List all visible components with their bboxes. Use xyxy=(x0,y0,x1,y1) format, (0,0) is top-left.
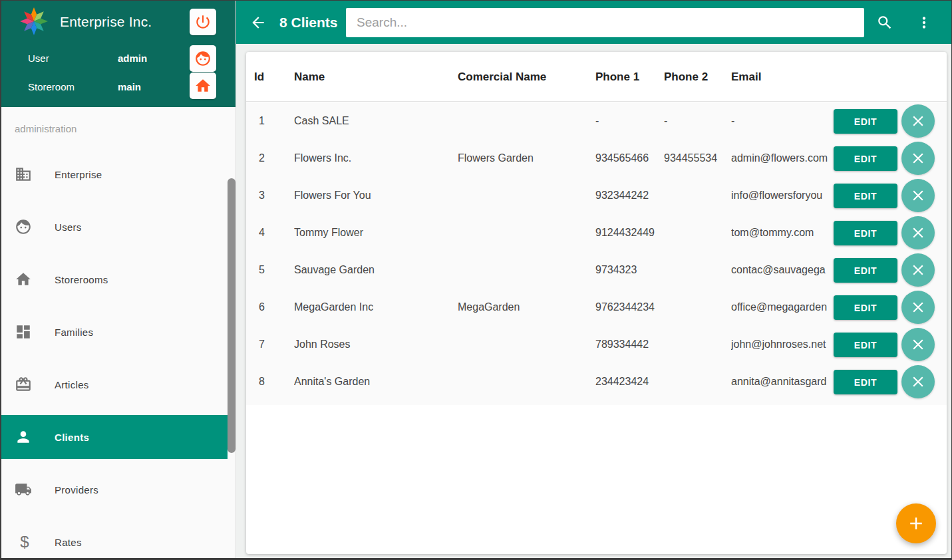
sidebar-item-storerooms[interactable]: Storerooms xyxy=(1,257,228,301)
table-row: 5 Sauvage Garden 9734323 contac@sauvageg… xyxy=(246,251,947,289)
cell-phone2 xyxy=(664,214,729,251)
close-icon xyxy=(909,299,927,316)
search-button[interactable] xyxy=(876,14,893,31)
user-profile-button[interactable] xyxy=(190,45,216,72)
back-arrow-icon xyxy=(249,14,267,31)
cell-id: 2 xyxy=(259,140,293,177)
edit-button[interactable]: EDIT xyxy=(834,295,897,320)
cell-email: contac@sauvagega xyxy=(731,251,833,289)
search-input[interactable] xyxy=(346,8,864,37)
add-client-button[interactable] xyxy=(896,503,936,543)
delete-button[interactable] xyxy=(901,179,935,212)
delete-button[interactable] xyxy=(901,253,935,287)
plus-icon xyxy=(906,513,926,533)
edit-button[interactable]: EDIT xyxy=(834,109,897,134)
delete-button[interactable] xyxy=(901,291,935,324)
sidebar-item-rates[interactable]: $ Rates xyxy=(1,520,228,560)
sidebar-item-enterprise[interactable]: Enterprise xyxy=(1,152,228,196)
table-row: 3 Flowers For You 932344242 info@flowers… xyxy=(246,177,947,214)
delete-button[interactable] xyxy=(901,328,935,361)
face-icon xyxy=(15,218,32,235)
app-window: Enterprise Inc. User admin Storeroom mai… xyxy=(0,0,952,560)
dollar-icon: $ xyxy=(16,533,33,551)
cell-comercial-name: Flowers Garden xyxy=(458,140,591,177)
page-title: 8 Clients xyxy=(279,1,338,44)
sidebar-item-users[interactable]: Users xyxy=(1,205,228,249)
table-header-row: Id Name Comercial Name Phone 1 Phone 2 E… xyxy=(246,52,947,102)
sidebar-item-articles[interactable]: Articles xyxy=(1,362,228,406)
edit-button[interactable]: EDIT xyxy=(834,333,897,357)
clients-table-card: Id Name Comercial Name Phone 1 Phone 2 E… xyxy=(246,52,947,554)
gift-icon xyxy=(15,376,32,393)
user-value: admin xyxy=(118,53,147,64)
cell-id: 7 xyxy=(259,326,293,363)
sidebar-item-providers[interactable]: Providers xyxy=(1,468,228,511)
cell-email: admin@flowers.com xyxy=(731,140,833,177)
sidebar: Enterprise Inc. User admin Storeroom mai… xyxy=(1,1,236,559)
cell-phone1: - xyxy=(595,102,662,140)
cell-id: 1 xyxy=(259,102,293,140)
user-label: User xyxy=(28,53,49,64)
back-button[interactable] xyxy=(249,14,267,31)
sidebar-item-label: Rates xyxy=(55,537,82,548)
logout-button[interactable] xyxy=(190,9,216,35)
cell-phone1: 934565466 xyxy=(595,140,662,177)
close-icon xyxy=(909,261,927,279)
search-icon xyxy=(876,14,893,31)
cell-id: 6 xyxy=(259,289,293,326)
edit-button[interactable]: EDIT xyxy=(834,370,897,394)
table-row: 8 Annita's Garden 234423424 annita@annit… xyxy=(246,363,947,400)
delete-button[interactable] xyxy=(901,365,935,398)
delete-button[interactable] xyxy=(901,104,935,138)
sidebar-scrollbar[interactable] xyxy=(228,178,236,453)
cell-comercial-name xyxy=(458,102,591,140)
sidebar-section-label: administration xyxy=(15,123,77,134)
sidebar-item-families[interactable]: Families xyxy=(1,310,228,354)
app-logo-icon xyxy=(18,5,50,37)
person-icon xyxy=(15,428,32,446)
cell-id: 3 xyxy=(259,177,293,214)
close-icon xyxy=(909,187,927,204)
edit-button[interactable]: EDIT xyxy=(834,221,897,245)
sidebar-item-clients[interactable]: Clients xyxy=(1,415,228,459)
cell-email: annita@annitasgard xyxy=(731,363,833,400)
close-icon xyxy=(909,336,927,353)
sidebar-item-label: Enterprise xyxy=(55,169,102,180)
cell-email: office@megagarden xyxy=(731,289,833,326)
close-icon xyxy=(909,373,927,390)
delete-button[interactable] xyxy=(901,142,935,175)
column-header-comercial-name: Comercial Name xyxy=(458,52,591,102)
cell-phone1: 9734323 xyxy=(595,251,662,289)
cell-phone1: 9124432449 xyxy=(595,214,662,251)
cell-name: Annita's Garden xyxy=(294,363,454,400)
storeroom-button[interactable] xyxy=(190,72,216,99)
cell-id: 8 xyxy=(259,363,293,400)
close-icon xyxy=(909,112,927,130)
cell-phone2 xyxy=(664,251,729,289)
building-icon xyxy=(15,166,32,183)
edit-button[interactable]: EDIT xyxy=(834,258,897,283)
cell-phone1: 9762344234 xyxy=(595,289,662,326)
topbar: 8 Clients xyxy=(236,1,952,44)
cell-name: Sauvage Garden xyxy=(294,251,454,289)
table-body: 1 Cash SALE - - - EDIT 2 Flowers Inc. Fl… xyxy=(246,102,947,405)
cell-phone1: 932344242 xyxy=(595,177,662,214)
delete-button[interactable] xyxy=(901,216,935,249)
cell-email: john@johnroses.net xyxy=(731,326,833,363)
power-icon xyxy=(194,13,212,31)
edit-button[interactable]: EDIT xyxy=(834,146,897,171)
cell-comercial-name xyxy=(458,177,591,214)
cell-name: Cash SALE xyxy=(294,102,454,140)
home-icon xyxy=(15,271,32,288)
sidebar-item-label: Articles xyxy=(55,379,89,390)
cell-phone2: 934455534 xyxy=(664,140,729,177)
cell-email: - xyxy=(731,102,833,140)
face-icon xyxy=(194,50,212,67)
cell-id: 4 xyxy=(259,214,293,251)
truck-icon xyxy=(15,481,32,498)
overflow-menu-button[interactable] xyxy=(915,14,933,31)
cell-comercial-name xyxy=(458,363,591,400)
edit-button[interactable]: EDIT xyxy=(834,184,897,208)
dashboard-icon xyxy=(15,323,32,341)
table-row: 4 Tommy Flower 9124432449 tom@tommy.com … xyxy=(246,214,947,251)
